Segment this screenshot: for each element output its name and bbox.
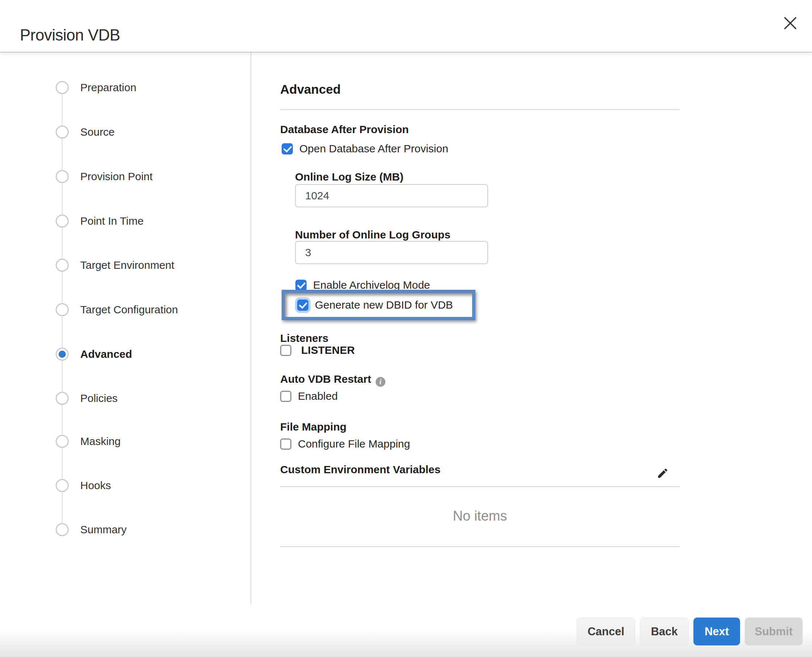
section-title-file-mapping: File Mapping (280, 421, 346, 433)
open-database-checkbox[interactable] (282, 143, 293, 154)
section-title-custom-env-vars: Custom Environment Variables (280, 464, 440, 476)
auto-restart-enabled-row: Enabled (280, 390, 338, 402)
next-button[interactable]: Next (693, 618, 740, 645)
advanced-step-panel: Advanced Database After Provision Open D… (280, 52, 680, 605)
auto-restart-enabled-label: Enabled (298, 390, 338, 402)
edit-pencil-icon[interactable] (657, 467, 669, 480)
sidebar-item-target-environment[interactable]: Target Environment (56, 256, 174, 275)
divider (280, 546, 680, 547)
sidebar-divider (250, 52, 251, 604)
auto-vdb-restart-title: Auto VDB Restart (280, 373, 371, 385)
configure-file-mapping-checkbox[interactable] (280, 439, 291, 450)
back-button[interactable]: Back (640, 618, 689, 645)
online-log-size-input[interactable] (295, 184, 488, 207)
step-circle (56, 479, 69, 492)
page-title: Advanced (280, 82, 340, 97)
sidebar-item-masking[interactable]: Masking (56, 432, 121, 451)
annotation-highlight-box: Generate new DBID for VDB (282, 290, 475, 320)
empty-list-message: No items (280, 508, 680, 524)
generate-dbid-row: Generate new DBID for VDB (285, 293, 472, 317)
provision-vdb-dialog: Provision VDB Preparation Source Provisi… (0, 0, 812, 657)
section-title-listeners: Listeners (280, 332, 328, 344)
section-title-auto-vdb-restart: Auto VDB Restart (280, 373, 385, 387)
step-circle-active (56, 348, 69, 361)
sidebar-item-source[interactable]: Source (56, 123, 115, 142)
section-title-database-after-provision: Database After Provision (280, 123, 409, 135)
sidebar-item-target-configuration[interactable]: Target Configuration (56, 300, 178, 319)
configure-file-mapping-row: Configure File Mapping (280, 438, 410, 450)
dialog-header: Provision VDB (0, 0, 812, 53)
sidebar-item-preparation[interactable]: Preparation (56, 78, 136, 97)
step-circle (56, 303, 69, 316)
generate-dbid-checkbox[interactable] (297, 300, 308, 311)
sidebar-item-hooks[interactable]: Hooks (56, 476, 111, 495)
listener-label: LISTENER (301, 344, 355, 357)
dialog-title: Provision VDB (20, 26, 120, 44)
configure-file-mapping-label: Configure File Mapping (298, 438, 410, 450)
open-database-label: Open Database After Provision (300, 143, 448, 155)
online-log-groups-label: Number of Online Log Groups (295, 229, 450, 241)
close-icon[interactable] (783, 16, 798, 30)
listener-checkbox[interactable] (280, 345, 291, 356)
footer-button-bar: Cancel Back Next Submit (577, 618, 803, 645)
sidebar-item-point-in-time[interactable]: Point In Time (56, 212, 144, 230)
online-log-groups-input[interactable] (295, 241, 488, 264)
divider (280, 109, 680, 110)
step-circle (56, 81, 69, 94)
enable-archivelog-label: Enable Archivelog Mode (313, 279, 430, 291)
step-circle (56, 215, 69, 227)
sidebar-item-summary[interactable]: Summary (56, 520, 127, 539)
submit-button[interactable]: Submit (745, 618, 803, 645)
enable-archivelog-row: Enable Archivelog Mode (295, 279, 430, 291)
sidebar-item-policies[interactable]: Policies (56, 389, 118, 408)
sidebar-item-advanced[interactable]: Advanced (56, 345, 132, 364)
online-log-size-label: Online Log Size (MB) (295, 171, 404, 183)
step-circle (56, 126, 69, 139)
step-circle (56, 259, 69, 272)
generate-dbid-label: Generate new DBID for VDB (315, 299, 453, 311)
step-circle (56, 435, 69, 448)
info-icon[interactable] (376, 377, 385, 387)
divider (280, 486, 680, 487)
sidebar-item-provision-point[interactable]: Provision Point (56, 167, 152, 186)
auto-restart-enabled-checkbox[interactable] (280, 391, 291, 402)
step-circle (56, 523, 69, 536)
listener-row: LISTENER (280, 344, 355, 357)
wizard-stepper: Preparation Source Provision Point Point… (0, 52, 250, 604)
step-circle (56, 170, 69, 183)
cancel-button[interactable]: Cancel (577, 618, 635, 645)
enable-archivelog-checkbox[interactable] (295, 280, 307, 291)
active-step-dot (59, 350, 66, 358)
open-database-after-provision-row: Open Database After Provision (282, 143, 448, 155)
step-circle (56, 392, 69, 405)
